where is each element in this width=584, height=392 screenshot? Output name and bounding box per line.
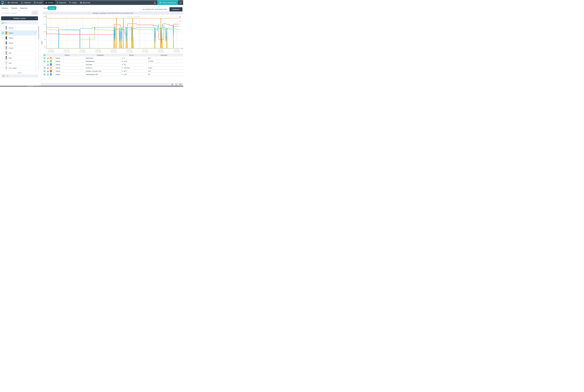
list-item[interactable]: Ларгус ⋮: [1, 30, 37, 36]
export-excel-icon[interactable]: [175, 84, 177, 86]
table-row[interactable]: Ларгус Температура ОЖ 0...120 94: [43, 73, 183, 76]
tab-trends[interactable]: Тренды: [48, 6, 56, 10]
vehicle-checkbox[interactable]: [2, 52, 4, 54]
user-profile-button[interactable]: [152, 0, 157, 5]
control-panel-button[interactable]: Панель управления: [157, 0, 178, 5]
sort-az-icon[interactable]: A↕Z: [5, 22, 7, 24]
zoom-in-button[interactable]: +: [178, 16, 182, 18]
series-checkbox[interactable]: [44, 64, 45, 65]
series-chart-icon[interactable]: [47, 64, 49, 66]
vehicle-checkbox[interactable]: [2, 67, 4, 69]
svg-text:00:00:00: 00:00:00: [111, 49, 116, 51]
series-chart-icon[interactable]: [47, 67, 49, 69]
cell-scale: 0...150 км/ч: [118, 67, 145, 69]
vehicle-icon: [5, 26, 7, 30]
panel-resize-handle[interactable]: [18, 72, 22, 74]
zoom-out-button[interactable]: −: [178, 20, 182, 22]
nav-item-analytics[interactable]: Аналитика: [6, 0, 19, 5]
list-item[interactable]: Тест Смарт ⋮: [1, 66, 37, 70]
list-item[interactable]: Ларгус ⋮: [1, 40, 37, 46]
svg-text:00:00:00: 00:00:00: [174, 49, 179, 51]
series-checkbox[interactable]: [44, 60, 45, 62]
bottom-bar-segment: [27, 86, 34, 86]
list-item[interactable]: Scania ⋮: [1, 26, 37, 30]
list-scrollbar[interactable]: [38, 26, 39, 70]
table-row[interactable]: Ларгус Скорость 0...150 км/ч 0 км/ч: [43, 66, 183, 70]
nav-item-service[interactable]: Сервис: [68, 0, 79, 5]
vehicle-checkbox[interactable]: [2, 27, 4, 29]
vehicle-checkbox[interactable]: [2, 32, 4, 34]
kebab-menu-icon[interactable]: ⋮: [34, 58, 36, 58]
list-item[interactable]: Scania ⋮: [1, 46, 37, 50]
nav-item-history[interactable]: История: [32, 0, 44, 5]
scrollbar-thumb[interactable]: [38, 26, 39, 39]
series-checkbox[interactable]: [44, 74, 45, 75]
series-chart-icon[interactable]: [47, 74, 49, 75]
camera-icon[interactable]: [2, 75, 5, 77]
list-item[interactable]: Hino ⋮: [1, 60, 37, 66]
nav-item-reports[interactable]: Отчеты: [44, 0, 55, 5]
vehicle-checkbox[interactable]: [2, 42, 4, 44]
clear-chart-icon[interactable]: [171, 84, 173, 86]
table-header-row: Объект Название Шкала Значение: [43, 54, 183, 56]
table-select-all-checkbox[interactable]: [44, 54, 45, 56]
kebab-menu-icon[interactable]: ⋮: [34, 27, 36, 28]
apply-button[interactable]: Применить: [169, 7, 182, 12]
vehicle-checkbox[interactable]: [2, 57, 4, 59]
logout-button[interactable]: [178, 0, 183, 5]
table-row[interactable]: Ларгус Зажигание 0...1 Вкл: [43, 56, 183, 60]
select-all-checkbox[interactable]: [2, 22, 4, 24]
sidebar-tabs: Объекты Геозоны Водители: [2, 7, 27, 9]
vehicle-checkbox[interactable]: [2, 37, 4, 39]
vehicle-icon: [5, 56, 7, 60]
kebab-menu-icon[interactable]: ⋮: [34, 47, 36, 48]
list-item[interactable]: Реф ⋮: [1, 56, 37, 60]
vehicle-checkbox[interactable]: [2, 62, 4, 64]
vehicle-checkbox[interactable]: [2, 47, 4, 49]
cell-name: Уровень топлива CAN: [82, 70, 118, 72]
date-range-input[interactable]: [141, 7, 169, 12]
kebab-menu-icon[interactable]: ⋮: [34, 52, 36, 54]
tab-objects[interactable]: Объекты: [2, 7, 8, 9]
search-input[interactable]: [4, 12, 32, 14]
sort-order-dropdown[interactable]: А: [32, 11, 38, 15]
svg-text:06.03.2024: 06.03.2024: [48, 51, 54, 52]
group-select-button[interactable]: Выберите группу: [1, 16, 38, 20]
table-row[interactable]: Ларгус Спутники 0...30: [43, 63, 183, 66]
kebab-menu-icon[interactable]: ⋮: [34, 37, 36, 38]
table-row[interactable]: Ларгус Напряжение 0...20 В 12.66 В: [43, 60, 183, 63]
kebab-menu-icon[interactable]: ⋮: [34, 42, 36, 44]
tab-drivers[interactable]: Водители: [20, 7, 27, 9]
cell-object: Ларгус: [52, 60, 82, 62]
top-nav: Аналитика Слежение История Отчеты Водите…: [0, 0, 183, 5]
series-checkbox[interactable]: [44, 70, 45, 72]
nav-item-tracking[interactable]: Слежение: [19, 0, 32, 5]
logo-icon: [1, 1, 4, 4]
kebab-menu-icon[interactable]: ⋮: [34, 68, 36, 68]
kebab-menu-icon[interactable]: ⋮: [34, 62, 36, 64]
table-row[interactable]: Ларгус Уровень топлива CAN 0...60 л 45 л: [43, 70, 183, 73]
kebab-menu-icon[interactable]: ⋮: [34, 32, 36, 34]
nav-item-label: Аналитика: [11, 2, 18, 4]
nav-item-label: История: [37, 2, 42, 4]
nav-item-drivers[interactable]: Водители: [55, 0, 68, 5]
series-checkbox[interactable]: [44, 57, 45, 59]
series-chart-icon[interactable]: [47, 57, 49, 59]
svg-text:00:00:00: 00:00:00: [158, 49, 164, 51]
trends-chart[interactable]: 22.03.2024 23:13:520В5В10В15В20В00:00:00…: [43, 14, 183, 53]
tab-geozones[interactable]: Геозоны: [11, 7, 17, 9]
chevron-down-icon: [35, 13, 36, 13]
nav-item-dispatcher[interactable]: Диспетчер: [79, 0, 92, 5]
sidebar-collapse-button[interactable]: [41, 40, 43, 45]
nav-item-label: Диспетчер: [83, 2, 90, 4]
list-item[interactable]: Ларгус ⋮: [1, 36, 37, 40]
series-chart-icon[interactable]: [47, 70, 49, 72]
vehicle-name: Scania: [9, 47, 13, 49]
list-item[interactable]: DAF ⋮: [1, 50, 37, 56]
series-chart-icon[interactable]: [47, 60, 49, 62]
app-logo[interactable]: [0, 0, 5, 5]
code-icon[interactable]: </>: [7, 75, 9, 77]
print-icon[interactable]: [179, 84, 181, 86]
series-checkbox[interactable]: [44, 67, 45, 68]
svg-text:15.03.2024: 15.03.2024: [95, 51, 101, 52]
